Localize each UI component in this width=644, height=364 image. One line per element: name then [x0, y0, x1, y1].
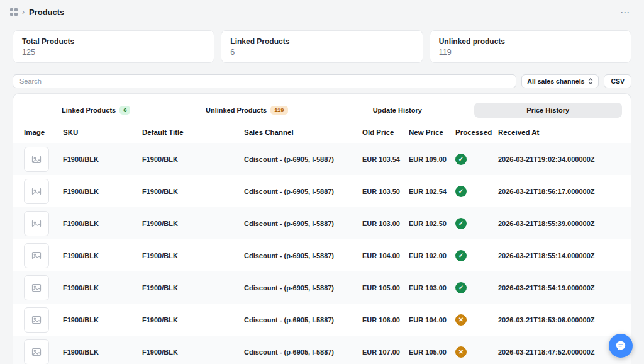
products-panel: Linked Products 6 Unlinked Products 119 …: [13, 93, 631, 364]
cell-processed: ✕: [455, 314, 498, 326]
processed-status-icon: ✓: [455, 218, 467, 229]
cell-sku: F1900/BLK: [63, 316, 142, 324]
cell-sales-channel: Cdiscount - (p-6905, l-5887): [244, 348, 362, 356]
column-header-old-price: Old Price: [362, 128, 409, 136]
search-input[interactable]: [13, 74, 516, 88]
cell-new-price: EUR 102.00: [409, 252, 455, 259]
cell-old-price: EUR 106.00: [362, 316, 409, 324]
cell-sku: F1900/BLK: [63, 156, 142, 163]
cell-default-title: F1900/BLK: [142, 156, 244, 163]
chat-icon: [615, 340, 626, 351]
cell-received-at: 2026-03-21T18:56:17.000000Z: [498, 188, 620, 195]
column-header-sales-channel: Sales Channel: [244, 128, 362, 136]
tab-unlinked-products[interactable]: Unlinked Products 119: [173, 103, 321, 118]
tab-label: Unlinked Products: [206, 106, 267, 114]
cell-image: [24, 179, 63, 204]
cell-new-price: EUR 105.00: [409, 348, 455, 356]
cell-image: [24, 339, 63, 364]
chat-launcher-button[interactable]: [609, 334, 633, 358]
stat-card-unlinked-products: Unlinked products 119: [430, 30, 631, 63]
cell-new-price: EUR 109.00: [409, 156, 455, 163]
cell-sales-channel: Cdiscount - (p-6905, l-5887): [244, 220, 362, 227]
stat-card-total-products: Total Products 125: [13, 30, 214, 63]
cell-processed: ✕: [455, 346, 498, 358]
tab-label: Linked Products: [62, 106, 116, 114]
breadcrumb-separator: ›: [22, 8, 25, 16]
csv-export-button[interactable]: CSV: [604, 74, 631, 88]
tab-price-history[interactable]: Price History: [474, 103, 623, 118]
product-image-placeholder: [24, 147, 49, 172]
stat-label: Total Products: [22, 37, 205, 46]
cell-old-price: EUR 103.54: [362, 156, 409, 163]
stat-card-linked-products: Linked Products 6: [221, 30, 423, 63]
tab-linked-products[interactable]: Linked Products 6: [22, 103, 170, 118]
stat-value: 125: [22, 48, 205, 57]
cell-sku: F1900/BLK: [63, 188, 142, 195]
table-header: Image SKU Default Title Sales Channel Ol…: [13, 122, 631, 143]
cell-sku: F1900/BLK: [63, 220, 142, 227]
cell-image: [24, 307, 63, 333]
cell-default-title: F1900/BLK: [142, 348, 244, 356]
processed-status-icon: ✕: [455, 314, 467, 326]
cell-processed: ✓: [455, 218, 498, 229]
tab-label: Update History: [373, 106, 422, 114]
table-row[interactable]: F1900/BLK F1900/BLK Cdiscount - (p-6905,…: [13, 336, 631, 364]
table-row[interactable]: F1900/BLK F1900/BLK Cdiscount - (p-6905,…: [13, 239, 631, 271]
tab-badge: 6: [119, 106, 130, 115]
cell-new-price: EUR 102.54: [409, 188, 455, 195]
cell-sku: F1900/BLK: [63, 252, 142, 259]
tab-update-history[interactable]: Update History: [323, 103, 472, 118]
table-row[interactable]: F1900/BLK F1900/BLK Cdiscount - (p-6905,…: [13, 304, 631, 336]
stat-label: Unlinked products: [439, 37, 622, 46]
cell-sales-channel: Cdiscount - (p-6905, l-5887): [244, 156, 362, 163]
tab-label: Price History: [526, 106, 569, 114]
cell-new-price: EUR 104.00: [409, 316, 455, 324]
column-header-processed: Processed: [455, 128, 498, 136]
cell-processed: ✓: [455, 186, 498, 197]
product-image-placeholder: [24, 339, 49, 364]
table-row[interactable]: F1900/BLK F1900/BLK Cdiscount - (p-6905,…: [13, 143, 631, 175]
processed-status-icon: ✕: [455, 346, 467, 358]
cell-received-at: 2026-03-21T18:47:52.000000Z: [498, 348, 620, 356]
cell-sales-channel: Cdiscount - (p-6905, l-5887): [244, 252, 362, 259]
cell-sales-channel: Cdiscount - (p-6905, l-5887): [244, 316, 362, 324]
overflow-menu-button[interactable]: ⋯: [616, 5, 634, 20]
cell-sales-channel: Cdiscount - (p-6905, l-5887): [244, 284, 362, 292]
table-row[interactable]: F1900/BLK F1900/BLK Cdiscount - (p-6905,…: [13, 271, 631, 304]
cell-old-price: EUR 104.00: [362, 252, 409, 259]
cell-old-price: EUR 107.00: [362, 348, 409, 356]
table-body: F1900/BLK F1900/BLK Cdiscount - (p-6905,…: [13, 143, 631, 364]
column-header-received-at: Received At: [498, 128, 620, 136]
cell-default-title: F1900/BLK: [142, 220, 244, 227]
table-row[interactable]: F1900/BLK F1900/BLK Cdiscount - (p-6905,…: [13, 175, 631, 207]
cell-default-title: F1900/BLK: [142, 316, 244, 324]
column-header-image: Image: [24, 128, 63, 136]
cell-old-price: EUR 103.00: [362, 220, 409, 227]
page-title: Products: [29, 8, 64, 17]
cell-received-at: 2026-03-21T18:55:14.000000Z: [498, 252, 620, 259]
product-image-placeholder: [24, 275, 49, 300]
select-arrows-icon: [588, 77, 593, 85]
cell-image: [24, 243, 63, 268]
cell-received-at: 2026-03-21T18:54:19.000000Z: [498, 284, 620, 292]
stat-label: Linked Products: [230, 37, 413, 46]
product-image-placeholder: [24, 179, 49, 204]
breadcrumb: › Products: [10, 8, 64, 17]
sales-channels-select[interactable]: All sales channels: [521, 74, 599, 88]
cell-processed: ✓: [455, 282, 498, 293]
cell-sku: F1900/BLK: [63, 348, 142, 356]
cell-received-at: 2026-03-21T18:53:08.000000Z: [498, 316, 620, 324]
cell-image: [24, 147, 63, 172]
cell-sku: F1900/BLK: [63, 284, 142, 292]
toolbar: All sales channels CSV: [0, 63, 644, 88]
processed-status-icon: ✓: [455, 154, 467, 165]
tab-bar: Linked Products 6 Unlinked Products 119 …: [22, 103, 622, 118]
cell-new-price: EUR 103.00: [409, 284, 455, 292]
column-header-default-title: Default Title: [142, 128, 244, 136]
stat-value: 6: [230, 48, 413, 57]
product-image-placeholder: [24, 307, 49, 333]
product-image-placeholder: [24, 211, 49, 236]
product-image-placeholder: [24, 243, 49, 268]
processed-status-icon: ✓: [455, 282, 467, 293]
table-row[interactable]: F1900/BLK F1900/BLK Cdiscount - (p-6905,…: [13, 207, 631, 239]
